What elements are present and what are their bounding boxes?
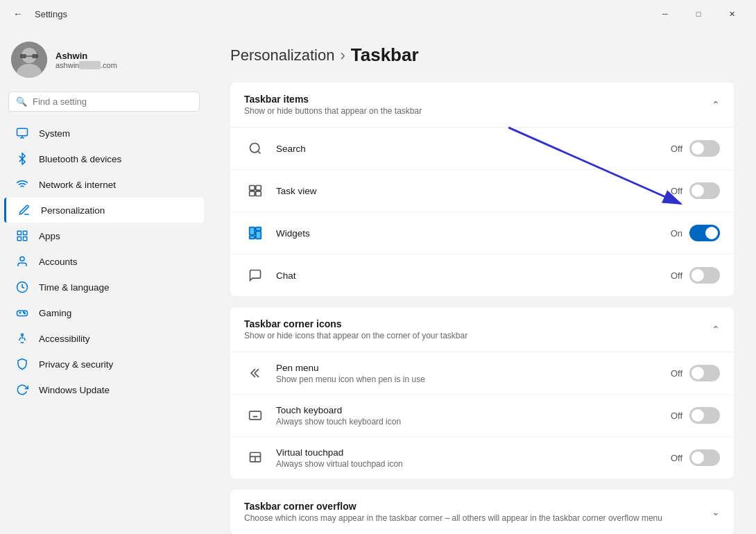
sidebar-item-time[interactable]: Time & language	[4, 275, 204, 300]
taskview-toggle[interactable]	[689, 182, 720, 199]
widgets-toggle[interactable]	[689, 225, 720, 241]
pen-menu-toggle[interactable]	[689, 365, 720, 381]
sidebar-item-time-label: Time & language	[39, 282, 110, 293]
nav-list: System Bluetooth & devices Network & int…	[0, 120, 208, 403]
widgets-setting-state: On	[671, 228, 682, 239]
chat-setting-state: Off	[671, 270, 682, 281]
sidebar-item-apps-label: Apps	[39, 231, 60, 241]
sidebar-item-gaming[interactable]: Gaming	[4, 300, 204, 325]
svg-rect-6	[17, 128, 28, 136]
time-icon	[15, 280, 29, 294]
taskview-setting-icon	[244, 180, 266, 202]
sidebar-item-bluetooth-label: Bluetooth & devices	[39, 154, 121, 164]
svg-rect-3	[20, 54, 26, 58]
sidebar-item-bluetooth[interactable]: Bluetooth & devices	[4, 146, 204, 171]
virtual-touchpad-label-wrap: Virtual touchpad Always show virtual tou…	[276, 447, 671, 469]
search-input[interactable]	[33, 96, 192, 107]
sidebar-item-network[interactable]: Network & internet	[4, 172, 204, 197]
collapse-icon: ⌃	[712, 99, 720, 110]
touch-keyboard-icon	[244, 404, 266, 427]
widgets-setting-row: Widgets On	[230, 212, 734, 255]
update-icon	[15, 383, 29, 397]
content-wrapper: Taskbar items Show or hide buttons that …	[230, 83, 734, 534]
chat-setting-row: Chat Off	[230, 255, 734, 296]
sidebar-item-gaming-label: Gaming	[39, 308, 71, 318]
taskbar-items-header[interactable]: Taskbar items Show or hide buttons that …	[230, 83, 734, 128]
touch-keyboard-label-wrap: Touch keyboard Always show touch keyboar…	[276, 405, 671, 427]
minimize-button[interactable]: ─	[649, 3, 681, 25]
user-name: Ashwin	[55, 51, 117, 61]
sidebar-item-system-label: System	[39, 128, 70, 139]
taskbar-corner-icons-title: Taskbar corner icons	[244, 318, 467, 329]
window-controls: ─ □ ✕	[649, 3, 748, 25]
virtual-touchpad-row: Virtual touchpad Always show virtual tou…	[230, 437, 734, 479]
user-email: ashwin••••••••.com	[55, 61, 117, 69]
content-area: Personalization › Taskbar Taskbar items	[208, 28, 756, 534]
taskbar-corner-overflow-title: Taskbar corner overflow	[244, 501, 662, 512]
touch-keyboard-toggle[interactable]	[689, 407, 720, 424]
chat-toggle[interactable]	[689, 267, 720, 284]
maximize-button[interactable]: □	[682, 3, 714, 25]
search-icon: 🔍	[16, 96, 27, 107]
svg-rect-9	[24, 237, 27, 241]
sidebar-item-update-label: Windows Update	[39, 385, 110, 395]
taskview-setting-label-wrap: Task view	[276, 186, 671, 196]
taskbar-corner-overflow-header[interactable]: Taskbar corner overflow Choose which ico…	[230, 490, 734, 534]
titlebar: ← Settings ─ □ ✕	[0, 0, 756, 28]
pen-menu-sublabel: Show pen menu icon when pen is in use	[276, 374, 671, 384]
bluetooth-icon	[15, 152, 29, 166]
virtual-touchpad-toggle[interactable]	[689, 449, 720, 466]
pen-menu-icon	[244, 362, 266, 384]
sidebar-item-update[interactable]: Windows Update	[4, 377, 204, 402]
sidebar: Ashwin ashwin••••••••.com 🔍 System	[0, 28, 208, 534]
svg-rect-20	[250, 186, 255, 191]
search-setting-row: Search Off	[230, 128, 734, 170]
sidebar-item-privacy[interactable]: Privacy & security	[4, 352, 204, 377]
search-setting-state: Off	[671, 144, 682, 154]
sidebar-item-system[interactable]: System	[4, 121, 204, 146]
pen-menu-state: Off	[671, 368, 682, 379]
sidebar-item-personalization[interactable]: Personalization	[4, 198, 204, 223]
sidebar-item-accounts[interactable]: Accounts	[4, 249, 204, 274]
taskbar-corner-icons-subtitle: Show or hide icons that appear on the co…	[244, 331, 467, 341]
breadcrumb-separator: ›	[340, 46, 345, 64]
svg-rect-10	[17, 237, 21, 241]
touch-keyboard-label: Touch keyboard	[276, 405, 671, 415]
svg-rect-4	[32, 54, 38, 58]
titlebar-left: ← Settings	[8, 4, 67, 24]
virtual-touchpad-label: Virtual touchpad	[276, 447, 671, 458]
page-header: Personalization › Taskbar	[230, 44, 734, 66]
section-header-left: Taskbar items Show or hide buttons that …	[244, 94, 422, 116]
sidebar-item-accessibility[interactable]: Accessibility	[4, 326, 204, 351]
svg-rect-25	[256, 232, 261, 239]
close-button[interactable]: ✕	[716, 3, 748, 25]
search-setting-icon	[244, 137, 266, 160]
svg-rect-8	[24, 231, 27, 234]
back-button[interactable]: ←	[8, 4, 28, 24]
widgets-setting-label-wrap: Widgets	[276, 228, 671, 239]
pen-menu-label: Pen menu	[276, 363, 671, 373]
search-toggle[interactable]	[689, 140, 720, 157]
overflow-collapse-icon: ⌄	[712, 506, 720, 517]
svg-point-19	[250, 144, 259, 153]
svg-rect-23	[256, 191, 261, 196]
search-box[interactable]: 🔍	[8, 92, 200, 112]
taskbar-items-subtitle: Show or hide buttons that appear on the …	[244, 106, 422, 116]
taskview-setting-state: Off	[671, 186, 682, 196]
avatar	[11, 42, 47, 78]
sidebar-item-apps[interactable]: Apps	[4, 223, 204, 248]
touch-keyboard-row: Touch keyboard Always show touch keyboar…	[230, 395, 734, 437]
taskbar-corner-icons-section: Taskbar corner icons Show or hide icons …	[230, 307, 734, 479]
virtual-touchpad-sublabel: Always show virtual touchpad icon	[276, 459, 671, 469]
taskbar-items-section: Taskbar items Show or hide buttons that …	[230, 83, 734, 296]
sidebar-item-network-label: Network & internet	[39, 180, 116, 190]
corner-collapse-icon: ⌃	[712, 324, 720, 335]
main-layout: Ashwin ashwin••••••••.com 🔍 System	[0, 28, 756, 534]
user-profile[interactable]: Ashwin ashwin••••••••.com	[0, 36, 208, 89]
chat-setting-label-wrap: Chat	[276, 270, 671, 281]
taskbar-corner-icons-header[interactable]: Taskbar corner icons Show or hide icons …	[230, 307, 734, 352]
section-overflow-header-left: Taskbar corner overflow Choose which ico…	[244, 501, 662, 523]
sidebar-item-accessibility-label: Accessibility	[39, 334, 90, 344]
taskbar-corner-overflow-subtitle: Choose which icons may appear in the tas…	[244, 513, 662, 523]
network-icon	[15, 178, 29, 191]
